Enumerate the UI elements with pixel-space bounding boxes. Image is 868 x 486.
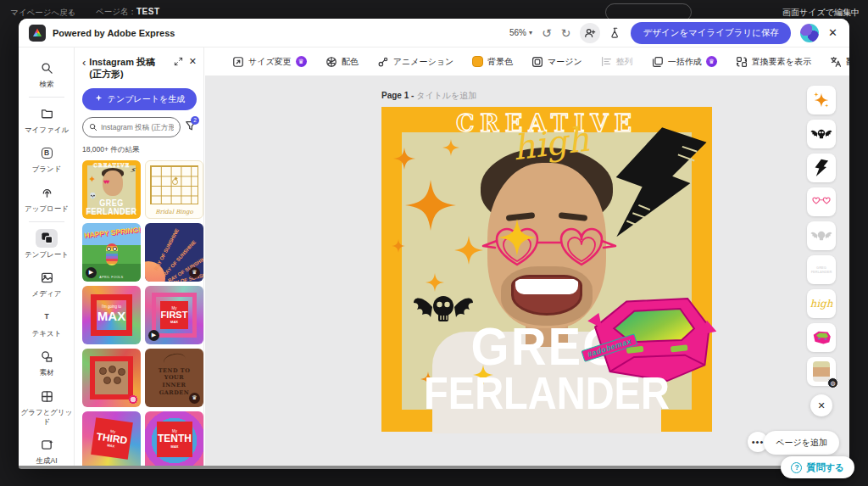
expand-icon[interactable] (174, 57, 183, 66)
background-color-swatch (472, 56, 483, 67)
sparkle-icon[interactable] (442, 139, 459, 156)
toolbar-bulk-create[interactable]: 一括作成 ♛ (652, 56, 717, 68)
sparkle-icon[interactable] (498, 219, 536, 256)
rail-close-button[interactable]: ✕ (810, 394, 832, 416)
toolbar-margin[interactable]: マージン (531, 56, 582, 68)
toolbar-animation[interactable]: アニメーション (377, 56, 453, 68)
sidebar-item-generative-ai[interactable]: 生成AI (19, 431, 75, 469)
editor-header: Powered by Adobe Express 56% ▾ ↺ ↻ デザインを… (19, 19, 849, 47)
ring-icon (172, 179, 178, 185)
element-thumb-portrait[interactable]: ◍ (807, 357, 836, 386)
sidebar-item-text[interactable]: T テキスト (19, 304, 75, 344)
template-going-to-max[interactable]: I'm going to MAX (82, 286, 141, 344)
heart-glasses-icon (810, 197, 832, 207)
template-group-photo-max[interactable] (82, 349, 141, 407)
beaker-icon[interactable] (609, 26, 621, 39)
toolbar-label: 整列 (616, 56, 633, 68)
toolbar-label: 配色 (342, 56, 359, 68)
template-first-max[interactable]: My FIRST MAX ▶ (145, 286, 203, 344)
template-ray-of-sunshine[interactable]: RAY OF SUNSHINE RAY OF SUNSHINE RAY OF S… (145, 223, 203, 282)
sparkle-icon[interactable] (426, 273, 444, 292)
sparkle-icon[interactable] (392, 239, 405, 253)
share-user-button[interactable] (580, 23, 600, 43)
bulk-create-icon (652, 56, 664, 68)
toolbar-translate[interactable]: 翻訳 NEW (830, 56, 849, 68)
media-icon (41, 271, 53, 284)
template-happy-spring[interactable]: HAPPY SPRING! APRIL FOOLS ▶ (82, 223, 141, 282)
ask-question-button[interactable]: ? 質問する (781, 456, 854, 478)
templates-panel: ‹ Instagram 投稿 (正方形) ✕ テンプレートを生成 2 18,00… (75, 47, 204, 466)
sidebar-item-templates[interactable]: テンプレート (19, 225, 75, 265)
template-inner-garden[interactable]: TEND TO YOUR INNER GARDEN ♛ (145, 349, 203, 407)
template-third-max[interactable]: My THIRD MAX (82, 411, 141, 466)
panel-close-icon[interactable]: ✕ (189, 56, 197, 67)
adobe-express-editor-modal: Powered by Adobe Express 56% ▾ ↺ ↻ デザインを… (19, 19, 849, 469)
filter-button[interactable]: 2 (185, 120, 197, 135)
element-thumb-sparkles[interactable] (807, 86, 836, 115)
panel-back-button[interactable]: ‹ (82, 57, 86, 68)
generate-template-button[interactable]: テンプレートを生成 (82, 88, 197, 110)
element-thumb-skull-faded[interactable] (807, 221, 836, 250)
sidebar-item-my-files[interactable]: マイファイル (19, 100, 75, 140)
sidebar-item-charts-grids[interactable]: グラフとグリッド (19, 383, 75, 431)
color-wheel-icon (326, 56, 337, 68)
undo-button[interactable]: ↺ (542, 27, 552, 39)
toolbar-label: 背景色 (487, 56, 513, 68)
template-greg-ferlander[interactable]: ✦ ⚡ ♥♥ 💀 CREATIVE GREGFERLANDER (82, 160, 141, 219)
sidebar-item-brand[interactable]: B ブランド (19, 139, 75, 179)
redo-button[interactable]: ↻ (561, 27, 571, 39)
save-to-library-button[interactable]: デザインをマイライブラリに保存 (631, 22, 791, 44)
winged-skull-icon (810, 229, 832, 243)
template-sub-text: MAX (171, 444, 179, 449)
toolbar-background-color[interactable]: 背景色 (472, 56, 513, 68)
zoom-control[interactable]: 56% ▾ (509, 28, 532, 37)
swap-elements-icon (736, 56, 748, 68)
sidebar-label: グラフとグリッド (20, 408, 73, 426)
search-input[interactable] (101, 123, 174, 131)
sidebar-item-media[interactable]: メディア (19, 264, 75, 304)
element-thumb-heart-glasses[interactable] (807, 187, 836, 216)
element-thumb-lightning[interactable] (807, 154, 836, 182)
template-caption: Bridal Bingo (146, 209, 203, 215)
sparkle-icon[interactable] (393, 148, 415, 170)
sidebar-item-upload[interactable]: アップロード (19, 179, 75, 219)
toolbar-color-scheme[interactable]: 配色 (326, 56, 359, 68)
toolbar-label: 置換要素を表示 (752, 56, 811, 68)
canvas-area: Page 1 - タイトルを追加 (205, 75, 849, 466)
add-page-button[interactable]: ページを追加 (764, 431, 839, 455)
results-count: 18,000+ 件の結果 (82, 145, 197, 155)
chevron-left-icon[interactable]: ‹ (70, 7, 73, 17)
sidebar-item-search[interactable]: 検索 (19, 54, 75, 94)
template-big-text: TENTH (158, 433, 192, 444)
page-label[interactable]: Page 1 - タイトルを追加 (381, 90, 476, 102)
name-line2-text[interactable]: FERLANDER (376, 366, 717, 420)
premium-crown-badge: ♛ (296, 56, 307, 67)
align-icon (601, 56, 612, 67)
search-icon (89, 123, 97, 131)
template-tenth-max[interactable]: My TENTH MAX (145, 411, 203, 466)
sparkle-icon[interactable] (405, 180, 456, 231)
element-thumb-name-text[interactable]: GREG FERLANDER (807, 255, 836, 284)
toolbar-label: 一括作成 (668, 56, 702, 68)
generate-template-label: テンプレートを生成 (108, 93, 185, 105)
script-text-preview: high (810, 298, 833, 310)
sidebar-item-elements[interactable]: 素材 (19, 343, 75, 383)
divider (29, 221, 64, 222)
template-name-text: GREGFERLANDER (82, 198, 141, 216)
template-bridal-bingo[interactable]: Bridal Bingo (145, 160, 203, 219)
element-thumb-car[interactable] (807, 323, 836, 352)
page-title-placeholder[interactable]: タイトルを追加 (416, 91, 476, 100)
toolbar-resize[interactable]: サイズ変更 ♛ (232, 56, 307, 68)
back-to-mypage-link[interactable]: マイページへ戻る (10, 8, 75, 19)
template-search-field[interactable] (82, 117, 181, 137)
element-thumb-script[interactable]: high (807, 289, 836, 318)
design-artboard[interactable]: #adobemax CREATIVE high GREG FERLANDER (381, 107, 712, 432)
user-avatar[interactable] (800, 24, 819, 42)
toolbar-align: 整列 (601, 56, 633, 68)
toolbar-show-replaceable[interactable]: 置換要素を表示 (736, 56, 811, 68)
close-icon[interactable]: ✕ (828, 26, 837, 39)
template-big-text: MAX (82, 309, 141, 323)
sparkle-icon: ✦ (88, 174, 96, 185)
element-thumb-winged-skull[interactable] (807, 120, 836, 148)
animated-badge: ▶ (86, 267, 97, 278)
